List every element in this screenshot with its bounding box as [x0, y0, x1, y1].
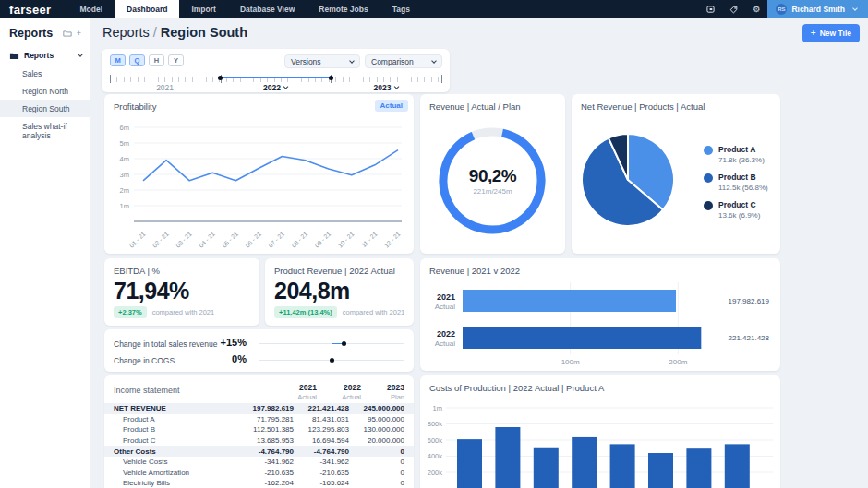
tile-title: EBITDA | % [104, 258, 259, 276]
row-label: Product C [114, 436, 238, 445]
app-root: farseer Model Dashboard Import Database … [0, 0, 868, 488]
svg-text:05 - 21: 05 - 21 [221, 231, 239, 249]
table-row[interactable]: Vehicle Amortization-210.635-210.6350 [104, 468, 414, 479]
row-value: -4.764.790 [294, 447, 349, 456]
table-row[interactable]: Electricity Bills-162.204-165.6240 [104, 478, 414, 488]
tile-revenue-gauge[interactable]: Revenue | Actual / Plan 90,2% 221m/245m [420, 94, 565, 254]
table-row[interactable]: Product B112.501.385123.295.803130.000.0… [104, 424, 414, 435]
row-value: 197.982.619 [238, 404, 294, 412]
sidebar-root-label: Reports [24, 51, 70, 60]
tile-title: Net Revenue | Products | Actual [572, 94, 780, 112]
row-label: Product B [114, 425, 238, 434]
feedback-icon[interactable] [699, 0, 722, 18]
slider-track[interactable] [259, 360, 404, 362]
breadcrumb-root[interactable]: Reports [102, 25, 150, 40]
sidebar-item-sales[interactable]: Sales [0, 65, 90, 82]
row-value: 245.000.000 [349, 404, 404, 412]
tab-database-view[interactable]: Database View [228, 0, 307, 18]
tile-net-revenue-pie[interactable]: Net Revenue | Products | Actual Product … [572, 94, 780, 254]
table-row[interactable]: Other Costs-4.764.790-4.764.7900 [104, 446, 414, 457]
granularity-half-button[interactable]: H [149, 54, 164, 66]
tile-revenue-compare[interactable]: Revenue | 2021 v 2022 100m200m2021Actual… [420, 258, 780, 371]
tile-product-revenue[interactable]: Product Revenue | 2022 Actual 204,8m +11… [265, 258, 414, 326]
timeline-selection[interactable] [221, 77, 332, 78]
breadcrumb-separator: / [153, 25, 157, 40]
tab-dashboard[interactable]: Dashboard [115, 0, 179, 18]
row-value: 112.501.385 [238, 425, 294, 434]
comparison-dropdown[interactable]: Comparison [365, 54, 442, 68]
row-value: 123.295.803 [294, 425, 349, 434]
svg-text:06 - 21: 06 - 21 [244, 231, 262, 249]
row-label: Product A [114, 415, 238, 423]
timeline-handle-end[interactable] [329, 76, 333, 80]
row-value: -341.962 [294, 458, 349, 466]
granularity-month-button[interactable]: M [110, 54, 126, 66]
table-title: Income statement [114, 386, 180, 395]
kpi-value: 204,8m [274, 278, 350, 304]
pie-legend: Product A71.8k (36.3%)Product B112.5k (5… [704, 145, 768, 228]
timeline-handle-start[interactable] [218, 76, 223, 80]
legend-dot [704, 201, 713, 210]
svg-text:1m: 1m [120, 202, 129, 210]
granularity-quarter-button[interactable]: Q [129, 54, 145, 66]
svg-text:2022: 2022 [437, 329, 455, 339]
svg-text:Actual: Actual [435, 339, 455, 348]
year-label-2023[interactable]: 2023 [374, 83, 399, 92]
tile-costs-production[interactable]: Costs of Production | 2022 Actual | Prod… [420, 375, 780, 488]
user-menu[interactable]: RS Richard Smith [767, 0, 868, 18]
time-selector-card: M Q H Y Versions Comparison [102, 49, 450, 92]
tile-ebitda[interactable]: EBITDA | % 71,94% +2,37% compared with 2… [104, 258, 259, 326]
slider-row-sales-revenue: Change in total sales revenue +15% [114, 337, 404, 350]
settings-gear-icon[interactable]: ⚙ [745, 0, 767, 18]
row-label: Vehicle Amortization [114, 469, 238, 477]
row-value: 0 [349, 447, 404, 456]
svg-text:04 - 21: 04 - 21 [198, 231, 216, 249]
tile-income-statement[interactable]: Income statement 2021 Actual 2022 Actual… [104, 375, 414, 488]
sidebar-item-reports-root[interactable]: Reports [0, 46, 90, 65]
row-value: -162.204 [238, 479, 294, 487]
tab-model[interactable]: Model [67, 0, 115, 18]
svg-text:4m: 4m [120, 155, 129, 163]
add-report-icon[interactable]: + [77, 29, 81, 38]
timeline-slider[interactable]: 2021 2022 2023 [110, 73, 441, 90]
page-title: Region South [161, 25, 247, 40]
tile-what-if-sliders[interactable]: Change in total sales revenue +15% Chang… [104, 329, 414, 372]
legend-entry[interactable]: Product C13.6k (6.9%) [704, 200, 768, 220]
row-value: 95.000.000 [349, 415, 404, 423]
row-value: 130.000.000 [349, 425, 404, 434]
svg-text:400k: 400k [428, 452, 443, 460]
new-tile-button[interactable]: + New Tile [802, 24, 860, 42]
table-row[interactable]: Product C13.685.95316.694.59420.000.000 [104, 435, 414, 446]
kpi-note: compared with 2021 [343, 308, 405, 316]
table-row[interactable]: NET REVENUE197.982.619221.421.428245.000… [104, 403, 414, 414]
svg-text:02 - 21: 02 - 21 [151, 231, 170, 249]
year-label-2022[interactable]: 2022 [263, 83, 288, 92]
legend-value: 112.5k (56.8%) [718, 184, 768, 192]
sidebar-item-sales-what-if[interactable]: Sales what-if analysis [0, 117, 90, 144]
slider-handle[interactable] [330, 358, 335, 363]
tab-import[interactable]: Import [179, 0, 227, 18]
tab-remote-jobs[interactable]: Remote Jobs [307, 0, 380, 18]
slider-handle[interactable] [342, 341, 347, 347]
row-value: 0 [349, 479, 404, 487]
actual-badge: Actual [375, 100, 408, 112]
folder-icon[interactable] [63, 30, 72, 37]
tab-tags[interactable]: Tags [380, 0, 422, 18]
granularity-year-button[interactable]: Y [168, 54, 184, 66]
legend-entry[interactable]: Product B112.5k (56.8%) [704, 173, 768, 192]
tag-icon[interactable] [722, 0, 745, 18]
sidebar-item-region-north[interactable]: Region North [0, 82, 90, 100]
table-row[interactable]: Product A71.795.28181.431.03195.000.000 [104, 414, 414, 425]
sidebar-item-region-south[interactable]: Region South [0, 100, 90, 117]
tile-profitability[interactable]: Profitability Actual 6m5m4m3m2m1m01 - 21… [104, 94, 414, 254]
gauge-sublabel: 221m/245m [420, 187, 565, 196]
legend-entry[interactable]: Product A71.8k (36.3%) [704, 145, 768, 164]
year-label-2021[interactable]: 2021 [156, 83, 174, 92]
versions-dropdown[interactable]: Versions [284, 54, 360, 68]
net-revenue-pie-chart [580, 132, 676, 228]
profitability-line-chart: 6m5m4m3m2m1m01 - 2102 - 2103 - 2104 - 21… [110, 116, 408, 252]
navbar-right: ⚙ RS Richard Smith [699, 0, 868, 18]
row-value: 20.000.000 [349, 436, 404, 445]
table-row[interactable]: Vehicle Costs-341.962-341.9620 [104, 457, 414, 468]
slider-track[interactable] [259, 343, 404, 345]
